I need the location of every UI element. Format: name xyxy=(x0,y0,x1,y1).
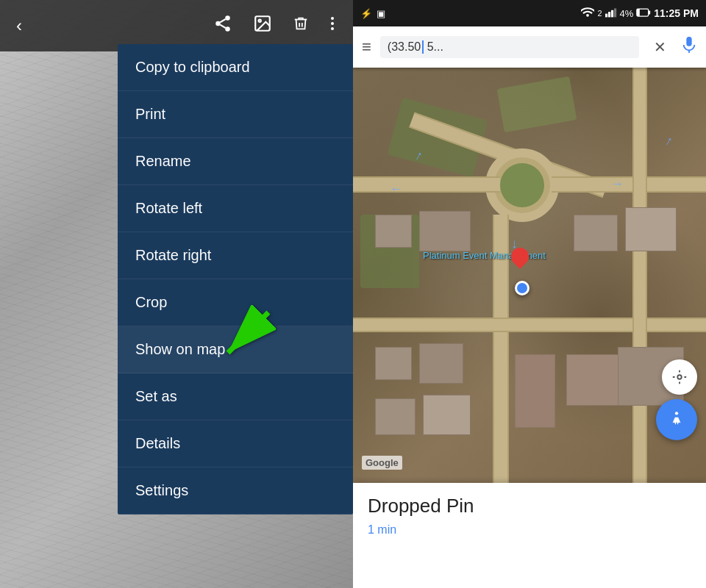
svg-rect-16 xyxy=(614,8,616,17)
svg-rect-18 xyxy=(638,9,640,15)
time-indicator: 1 min xyxy=(368,523,691,537)
text-cursor xyxy=(422,40,424,54)
dropped-pin-title: Dropped Pin xyxy=(368,495,691,517)
map-direction-arrow-1: → xyxy=(610,176,624,192)
hamburger-menu-button[interactable]: ≡ xyxy=(362,37,371,57)
share-button[interactable] xyxy=(203,7,243,45)
map-direction-arrow-5: → xyxy=(390,182,403,197)
gallery-button[interactable] xyxy=(243,7,282,45)
svg-line-3 xyxy=(220,25,225,28)
svg-point-2 xyxy=(225,26,230,32)
back-button[interactable]: ‹ xyxy=(7,8,31,43)
svg-point-9 xyxy=(331,27,334,30)
battery-icon xyxy=(636,8,651,19)
svg-point-7 xyxy=(331,17,334,20)
signal-icon xyxy=(605,7,617,20)
svg-point-6 xyxy=(259,20,261,22)
menu-item-print[interactable]: Print xyxy=(118,91,353,138)
bottom-info-panel: Dropped Pin 1 min xyxy=(353,483,706,588)
voice-search-button[interactable] xyxy=(681,35,697,59)
status-left-icons: ⚡ ▣ xyxy=(360,8,385,19)
svg-rect-14 xyxy=(608,12,610,17)
status-right-info: 2 4% 11:25 PM xyxy=(581,7,699,20)
svg-rect-13 xyxy=(605,13,607,17)
google-maps-panel: ⚡ ▣ 2 4% xyxy=(353,0,706,588)
svg-point-8 xyxy=(331,22,334,25)
svg-rect-20 xyxy=(686,37,691,46)
search-text: (33.50 5... xyxy=(388,40,632,54)
time-display: 11:25 PM xyxy=(654,7,699,19)
search-clear-button[interactable]: ✕ xyxy=(648,38,672,56)
search-suffix: 5... xyxy=(427,40,443,53)
context-menu: Copy to clipboard Print Rename Rotate le… xyxy=(118,44,353,514)
dropped-pin-marker xyxy=(511,248,529,265)
menu-item-show-on-map[interactable]: Show on map xyxy=(118,326,353,373)
menu-item-rotate-right[interactable]: Rotate right xyxy=(118,232,353,279)
image-icon: ▣ xyxy=(377,8,385,19)
status-bar: ⚡ ▣ 2 4% xyxy=(353,0,706,26)
svg-point-12 xyxy=(587,13,590,16)
svg-rect-19 xyxy=(649,10,651,14)
map-direction-arrow-4: → xyxy=(658,132,678,151)
svg-rect-15 xyxy=(611,10,613,17)
wifi-icon xyxy=(581,7,594,20)
navigation-button[interactable] xyxy=(656,399,697,440)
menu-item-copy-clipboard[interactable]: Copy to clipboard xyxy=(118,44,353,91)
search-bar: ≡ (33.50 5... ✕ xyxy=(353,26,706,68)
delete-button[interactable] xyxy=(282,7,319,45)
menu-item-settings[interactable]: Settings xyxy=(118,467,353,514)
menu-item-rename[interactable]: Rename xyxy=(118,138,353,185)
menu-item-details[interactable]: Details xyxy=(118,420,353,467)
more-options-button[interactable] xyxy=(319,7,346,45)
current-location-dot xyxy=(515,281,530,295)
svg-line-4 xyxy=(220,19,225,22)
network-icon: 2 xyxy=(597,9,602,18)
svg-point-22 xyxy=(677,375,682,379)
battery-percent: 4% xyxy=(620,8,634,19)
svg-point-23 xyxy=(675,412,678,415)
svg-point-1 xyxy=(215,21,221,26)
google-watermark: Google xyxy=(362,456,402,470)
svg-point-0 xyxy=(225,15,230,21)
search-input-container[interactable]: (33.50 5... xyxy=(380,36,639,59)
menu-item-set-as[interactable]: Set as xyxy=(118,373,353,420)
usb-icon: ⚡ xyxy=(360,8,372,19)
menu-item-crop[interactable]: Crop xyxy=(118,279,353,326)
my-location-button[interactable] xyxy=(662,359,697,395)
photo-viewer-panel: ‹ Copy t xyxy=(0,0,353,588)
map-view[interactable]: → → → → → Platinum Event Management Goog… xyxy=(353,68,706,483)
satellite-map: → → → → → Platinum Event Management Goog… xyxy=(353,68,706,483)
menu-item-rotate-left[interactable]: Rotate left xyxy=(118,185,353,232)
